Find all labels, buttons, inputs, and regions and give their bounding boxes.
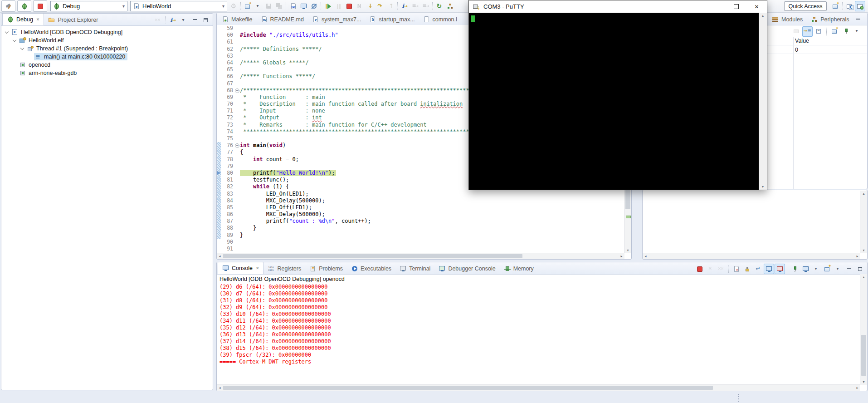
scroll-left-icon[interactable]: ◂: [217, 253, 223, 259]
line-number[interactable]: 82: [221, 183, 234, 190]
minimize-icon[interactable]: [844, 264, 854, 274]
console-output[interactable]: (29) d6 (/64): 0x0000000000000000(30) d7…: [217, 284, 867, 365]
fold-collapse-icon[interactable]: −: [235, 88, 239, 93]
expander-chevron-icon[interactable]: [13, 39, 17, 43]
scrollbar-thumb[interactable]: [223, 254, 522, 258]
cpp-persp-icon[interactable]: [844, 1, 855, 11]
minimize-button[interactable]: —: [706, 0, 726, 13]
debug-panel-tab-project-explorer[interactable]: Project Explorer: [44, 14, 102, 25]
minimize-icon[interactable]: [190, 15, 200, 25]
line-number[interactable]: 72: [221, 114, 234, 121]
line-number[interactable]: 71: [221, 108, 234, 114]
debug-persp-icon[interactable]: [855, 1, 865, 11]
new-wizard-icon[interactable]: [243, 1, 253, 11]
editor-horizontal-scrollbar[interactable]: ◂ ▸: [217, 253, 624, 259]
scrollbar-thumb[interactable]: [861, 335, 866, 376]
line-number[interactable]: 69: [221, 94, 234, 101]
close-button[interactable]: ✕: [746, 0, 767, 13]
debug-tree-item[interactable]: Thread #1 (Suspended : Breakpoint): [1, 44, 213, 53]
istep-icon[interactable]: [400, 1, 410, 11]
line-number[interactable]: 88: [221, 225, 234, 231]
column-divider[interactable]: [793, 37, 794, 189]
save-icon[interactable]: [263, 1, 274, 11]
treeb-icon[interactable]: [802, 26, 813, 37]
scroll-right-icon[interactable]: ▸: [854, 385, 860, 391]
stderr-icon[interactable]: [775, 264, 785, 274]
disconnect-icon[interactable]: [354, 1, 365, 11]
line-number[interactable]: 83: [221, 191, 234, 197]
right-panel-tab-peripherals[interactable]: Peripherals: [807, 14, 853, 25]
sash-grip[interactable]: [738, 394, 739, 402]
editor-tab-makefile[interactable]: Makefile: [218, 14, 257, 25]
vertical-scrollbar[interactable]: ▴ ▾: [860, 191, 867, 253]
console-view-icon[interactable]: [298, 1, 309, 11]
right-panel-tab-modules[interactable]: Modules: [768, 14, 807, 25]
line-number[interactable]: 60: [221, 32, 234, 39]
line-number[interactable]: 87: [221, 218, 234, 225]
refresh-icon[interactable]: [434, 1, 445, 11]
code-line-87[interactable]: 87 printf("count : %d\n", count++);: [217, 218, 624, 225]
line-number[interactable]: 75: [221, 135, 234, 142]
line-number[interactable]: 67: [221, 80, 234, 87]
scroll-left-icon[interactable]: ◂: [643, 253, 649, 259]
console-vertical-scrollbar[interactable]: ▴ ▾: [860, 274, 867, 385]
line-number[interactable]: 64: [221, 59, 234, 66]
console-tab-problems[interactable]: Problems: [305, 263, 347, 274]
scroll-down-icon[interactable]: ▾: [860, 379, 867, 385]
caret-icon[interactable]: [833, 264, 844, 274]
console-tab-terminal[interactable]: Terminal: [395, 263, 434, 274]
scrollbar-thumb[interactable]: [223, 386, 713, 390]
editor-tab-system-max7[interactable]: system_max7...: [308, 14, 366, 25]
line-number[interactable]: 66: [221, 73, 234, 80]
line-number[interactable]: 78: [221, 156, 234, 163]
project-combo[interactable]: HelloWorld ▾: [130, 1, 227, 11]
maximize-icon[interactable]: [855, 264, 865, 274]
debug-tree-item[interactable]: openocd: [1, 61, 213, 69]
maximize-button[interactable]: [726, 0, 746, 13]
quick-access-box[interactable]: Quick Access: [784, 1, 827, 11]
expander-chevron-icon[interactable]: [20, 47, 24, 51]
clear-icon[interactable]: [731, 264, 741, 274]
console-tab-debugger-console[interactable]: Debugger Console: [434, 263, 499, 274]
code-line-84[interactable]: 84 MXC_Delay(500000);: [217, 197, 624, 204]
maximize-icon[interactable]: [864, 15, 868, 25]
line-number[interactable]: 59: [221, 25, 234, 32]
resume-icon[interactable]: [323, 1, 333, 11]
save-all-icon[interactable]: [274, 1, 284, 11]
line-number[interactable]: 76: [221, 142, 234, 149]
step-return-icon[interactable]: [385, 1, 396, 11]
minimize-icon[interactable]: [853, 15, 863, 25]
console-horizontal-scrollbar[interactable]: ◂ ▸: [217, 384, 860, 391]
line-number[interactable]: 74: [221, 128, 234, 135]
debug-tree-item[interactable]: arm-none-eabi-gdb: [1, 69, 213, 77]
line-number[interactable]: 90: [221, 239, 234, 246]
grayg-icon[interactable]: [791, 26, 801, 37]
stdout-icon[interactable]: [764, 264, 774, 274]
line-number[interactable]: 77: [221, 149, 234, 156]
pause-icon[interactable]: [333, 1, 344, 11]
line-number[interactable]: 80: [221, 170, 234, 177]
stop-icon[interactable]: [694, 264, 705, 274]
collapse-icon[interactable]: [814, 26, 824, 37]
caret-icon[interactable]: [179, 15, 189, 25]
close-icon[interactable]: ✕: [36, 17, 40, 22]
console-tab-registers[interactable]: Registers: [263, 263, 305, 274]
code-line-86[interactable]: 86 MXC_Delay(500000);: [217, 211, 624, 218]
scroll-up-icon[interactable]: ▴: [759, 13, 766, 19]
line-number[interactable]: 81: [221, 177, 234, 183]
line-number[interactable]: 63: [221, 53, 234, 59]
line-number[interactable]: 70: [221, 101, 234, 108]
debug-tree-item[interactable]: main() at main.c:80 0x10000220: [1, 53, 213, 61]
pin-icon[interactable]: [841, 26, 851, 37]
launch-config-combo[interactable]: Debug ▾: [50, 1, 127, 11]
lock-icon[interactable]: [742, 264, 752, 274]
expander-chevron-icon[interactable]: [5, 30, 9, 34]
stop-icon[interactable]: [344, 1, 354, 11]
console-tab-console[interactable]: Console✕: [218, 262, 263, 274]
xx-icon[interactable]: [153, 15, 163, 25]
step-over-icon[interactable]: [375, 1, 385, 11]
maximize-icon[interactable]: [200, 15, 211, 25]
line-number[interactable]: 62: [221, 46, 234, 53]
scroll-left-icon[interactable]: ◂: [217, 385, 223, 391]
binary-icon[interactable]: [288, 1, 298, 11]
